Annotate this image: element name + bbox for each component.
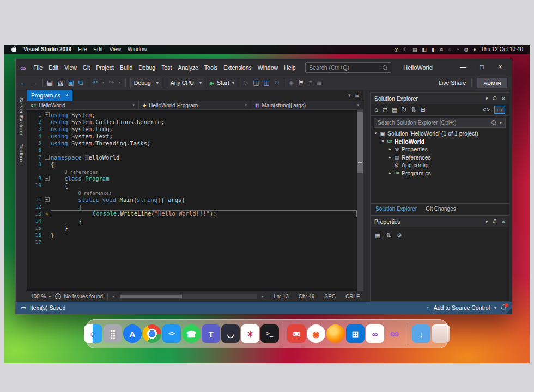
- line-number[interactable]: 3: [27, 126, 43, 132]
- vs-menu-edit[interactable]: Edit: [46, 64, 62, 71]
- tree-collapsed-icon[interactable]: ▸: [387, 147, 393, 151]
- line-number[interactable]: 6: [27, 147, 43, 153]
- scroll-left-icon[interactable]: ◂: [112, 294, 114, 299]
- maximize-button[interactable]: □: [472, 60, 491, 74]
- vs-menu-tools[interactable]: Tools: [201, 64, 221, 71]
- mail-icon[interactable]: ✉: [287, 324, 306, 343]
- code-line[interactable]: 12 {: [27, 203, 357, 210]
- vscode-icon[interactable]: <>: [162, 324, 181, 343]
- solution-platforms-dropdown[interactable]: Any CPU▾: [167, 78, 205, 88]
- whatsapp-icon[interactable]: ☎: [182, 324, 201, 343]
- line-number[interactable]: 4: [27, 133, 43, 139]
- open-file-icon[interactable]: ▧: [57, 79, 63, 86]
- view-code-icon[interactable]: <>: [483, 107, 490, 113]
- line-number[interactable]: 7: [27, 154, 43, 160]
- issues-indicator[interactable]: ✓ No issues found: [55, 293, 103, 299]
- discord-icon[interactable]: ◡: [221, 324, 240, 343]
- line-number[interactable]: 10: [27, 182, 43, 188]
- vs-menu-window[interactable]: Window: [254, 64, 281, 71]
- code-editor[interactable]: Program.cs × ▾ ⊟ C#HelloWorld▾◆HelloWorl…: [27, 90, 363, 291]
- navigate-backward-icon[interactable]: ←: [20, 79, 27, 86]
- vs-menu-file[interactable]: File: [31, 64, 46, 71]
- line-number[interactable]: 15: [27, 225, 43, 231]
- launchpad-icon[interactable]: ⣿: [104, 324, 122, 343]
- tree-expanded-icon[interactable]: ▾: [380, 139, 386, 144]
- tree-item-solution-helloworld-1-of-1-project-[interactable]: ▾▣Solution 'HelloWorld' (1 of 1 project): [371, 130, 509, 138]
- finder-icon[interactable]: ☺: [84, 324, 102, 343]
- stage-manager-icon[interactable]: ◧: [422, 47, 427, 52]
- comment-icon[interactable]: ≡: [308, 79, 312, 86]
- tree-item-properties[interactable]: ▸⚒Properties: [371, 145, 509, 154]
- code-line[interactable]: 4using System.Text;: [27, 132, 357, 139]
- code-line[interactable]: 3using System.Linq;: [27, 125, 357, 132]
- code-line[interactable]: 16}: [27, 231, 357, 238]
- sync-with-active-document-icon[interactable]: ⇅: [411, 107, 416, 113]
- line-ending-indicator[interactable]: CRLF: [345, 293, 360, 299]
- redo-icon[interactable]: ↷: [109, 79, 114, 86]
- find-in-files-icon[interactable]: ◈: [289, 79, 294, 86]
- tool-strip-server-explorer[interactable]: Server Explorer: [19, 97, 25, 136]
- tree-item-references[interactable]: ▸▤References: [371, 154, 509, 162]
- pin-icon[interactable]: ⚲: [491, 218, 498, 225]
- solution-explorer-header[interactable]: Solution Explorer ▾ ⚲ ×: [371, 93, 509, 104]
- show-all-files-icon[interactable]: ▤: [392, 107, 397, 113]
- codelens-references[interactable]: 0 references: [64, 169, 98, 175]
- camera-icon[interactable]: ◎: [394, 47, 398, 52]
- tool-strip-toolbox[interactable]: Toolbox: [19, 144, 25, 163]
- column-indicator[interactable]: Ch: 49: [299, 293, 314, 299]
- horizontal-scrollbar[interactable]: [119, 294, 257, 299]
- tab-program-cs[interactable]: Program.cs ×: [27, 90, 72, 101]
- live-share-button[interactable]: Live Share: [439, 79, 466, 86]
- document-list-icon[interactable]: ▾: [348, 93, 351, 98]
- scrollbar-thumb[interactable]: [357, 112, 363, 173]
- vs-menu-extensions[interactable]: Extensions: [221, 64, 254, 71]
- code-line[interactable]: 0 references: [27, 168, 357, 175]
- new-project-icon[interactable]: ▤: [47, 79, 53, 86]
- chevron-down-icon[interactable]: ▾: [500, 120, 502, 125]
- line-indicator[interactable]: Ln: 13: [274, 293, 289, 299]
- fold-collapse-icon[interactable]: −: [45, 155, 50, 160]
- line-number[interactable]: 1: [27, 112, 43, 118]
- tab-close-icon[interactable]: ×: [65, 93, 68, 98]
- preview-changes-icon[interactable]: ◫: [253, 79, 259, 86]
- app-store-icon[interactable]: A: [123, 324, 142, 343]
- teams-icon[interactable]: T: [202, 324, 220, 343]
- toggle-bookmark-icon[interactable]: ⚑: [298, 79, 304, 86]
- code-line[interactable]: 13✎ Console.WriteLine("Hello World!!!");: [27, 210, 357, 217]
- ubuntu-icon[interactable]: ◉: [307, 324, 325, 343]
- vs-menu-project[interactable]: Project: [93, 64, 117, 71]
- line-number[interactable]: 17: [27, 239, 43, 245]
- horizontal-scrollbar-thumb[interactable]: [120, 295, 182, 298]
- apple-menu[interactable]: [11, 46, 17, 53]
- collapse-all-icon[interactable]: ⊟: [421, 107, 426, 113]
- code-line[interactable]: 2using System.Collections.Generic;: [27, 118, 357, 125]
- indent-icon[interactable]: ≣: [317, 79, 322, 86]
- windows-icon[interactable]: ⊞: [346, 324, 365, 343]
- line-number[interactable]: 9: [27, 175, 43, 181]
- live-unit-testing-icon[interactable]: ▷: [244, 79, 248, 86]
- panel-tab-solution-explorer[interactable]: Solution Explorer: [375, 206, 417, 212]
- chevron-down-icon[interactable]: ▾: [494, 305, 496, 310]
- code-line[interactable]: 6: [27, 146, 357, 154]
- tree-collapsed-icon[interactable]: ▸: [387, 155, 393, 160]
- spotlight-icon[interactable]: ◌: [448, 47, 451, 52]
- trash-icon[interactable]: [432, 324, 450, 343]
- code-line[interactable]: 7−namespace HelloWorld: [27, 154, 357, 161]
- panel-tab-git-changes[interactable]: Git Changes: [426, 206, 456, 212]
- line-number[interactable]: 8: [27, 161, 43, 167]
- vs-title-bar[interactable]: ∞ FileEditViewGitProjectBuildDebugTestAn…: [16, 59, 512, 76]
- chrome-icon[interactable]: [143, 324, 161, 343]
- menubar-clock[interactable]: Thu 12 Oct 10:40: [481, 46, 523, 52]
- code-line[interactable]: 17: [27, 238, 357, 246]
- line-number[interactable]: 2: [27, 119, 43, 125]
- pin-icon[interactable]: ⚲: [491, 95, 498, 102]
- firefox-icon[interactable]: [326, 324, 345, 343]
- code-line[interactable]: 11− static void Main(string[] args): [27, 196, 357, 203]
- save-icon[interactable]: ▣: [68, 79, 74, 86]
- terminal-icon[interactable]: >_: [260, 324, 279, 343]
- save-all-icon[interactable]: ⧉: [78, 79, 83, 86]
- vs-menu-help[interactable]: Help: [281, 64, 299, 71]
- tree-item-program-cs[interactable]: ▸C#Program.cs: [371, 169, 509, 177]
- visual-studio-icon[interactable]: ∞: [385, 324, 404, 343]
- breadcrumb-class[interactable]: ◆HelloWorld.Program▾: [139, 101, 251, 109]
